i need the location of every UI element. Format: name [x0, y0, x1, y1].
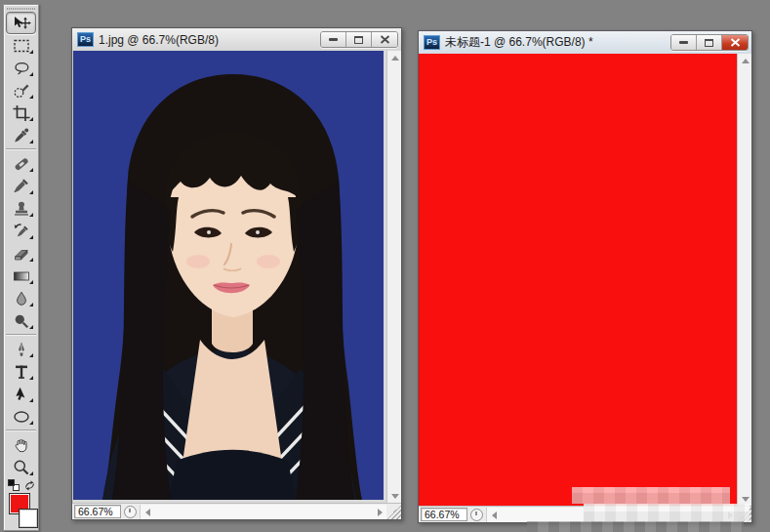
maximize-button[interactable] — [346, 32, 372, 47]
minimize-icon — [329, 38, 338, 41]
statusbar-untitled: 66.67% — [419, 506, 751, 522]
window-resize-grip[interactable] — [737, 508, 751, 522]
toolbox-separator — [6, 334, 36, 336]
eyedropper-tool[interactable] — [6, 124, 36, 146]
minimize-button[interactable] — [321, 32, 346, 47]
maximize-button[interactable] — [697, 35, 722, 50]
ellipse-tool[interactable] — [6, 405, 36, 428]
background-color-swatch[interactable] — [19, 509, 38, 528]
clone-stamp-icon — [12, 200, 31, 218]
history-brush-tool[interactable] — [6, 220, 36, 242]
scroll-down-arrow[interactable] — [387, 489, 402, 503]
maximize-icon — [705, 39, 713, 47]
ellipse-icon — [12, 408, 31, 426]
hand-icon — [12, 436, 31, 454]
close-button[interactable] — [372, 32, 397, 47]
default-colors-icon[interactable] — [8, 479, 20, 491]
crop-tool[interactable] — [6, 102, 36, 124]
close-button[interactable] — [722, 35, 748, 50]
horizontal-scrollbar[interactable] — [140, 505, 386, 519]
move-icon — [11, 15, 32, 32]
zoom-tool[interactable] — [6, 456, 36, 478]
pen-tool[interactable] — [6, 338, 36, 360]
brush-tool[interactable] — [6, 175, 36, 197]
document-window-untitled: Ps 未标题-1 @ 66.7%(RGB/8) * 66.67% — [418, 30, 752, 523]
id-photo-illustration — [72, 51, 385, 500]
window-controls — [320, 31, 398, 48]
history-brush-icon — [12, 223, 31, 240]
healing-brush-icon — [12, 155, 31, 173]
lasso-icon — [12, 60, 31, 77]
photoshop-app-icon: Ps — [424, 35, 440, 50]
blur-icon — [12, 290, 31, 307]
zoom-percentage-field[interactable]: 66.67% — [421, 508, 467, 521]
toolbox-separator — [6, 430, 36, 431]
minimize-icon — [679, 41, 688, 44]
scroll-up-arrow[interactable] — [738, 54, 752, 67]
toolbox-drag-grip[interactable] — [7, 8, 35, 10]
toolbox-separator — [6, 148, 36, 150]
window-controls — [670, 34, 749, 51]
titlebar-1jpg[interactable]: Ps 1.jpg @ 66.7%(RGB/8) — [72, 28, 401, 51]
dodge-tool[interactable] — [6, 309, 36, 332]
type-icon — [12, 363, 31, 381]
rectangular-marquee-icon — [12, 37, 31, 55]
maximize-icon — [354, 36, 363, 44]
vertical-scrollbar[interactable] — [737, 54, 751, 506]
gradient-tool[interactable] — [6, 265, 36, 287]
window-title: 1.jpg @ 66.7%(RGB/8) — [99, 33, 315, 47]
clock-icon[interactable] — [124, 506, 137, 518]
scroll-down-arrow[interactable] — [738, 492, 752, 506]
toolbox-palette — [3, 4, 39, 531]
crop-icon — [12, 104, 31, 122]
eraser-tool[interactable] — [6, 242, 36, 265]
path-selection-icon — [12, 386, 31, 403]
dodge-icon — [12, 312, 31, 330]
eraser-icon — [12, 245, 31, 263]
horizontal-scrollbar[interactable] — [486, 508, 737, 522]
scroll-right-arrow[interactable] — [373, 505, 386, 519]
statusbar-1jpg: 66.67% — [72, 503, 401, 519]
canvas-1jpg-photo[interactable] — [72, 51, 386, 503]
photoshop-app-icon: Ps — [77, 32, 94, 47]
blur-tool[interactable] — [6, 287, 36, 309]
gradient-icon — [12, 267, 31, 285]
zoom-percentage-field[interactable]: 66.67% — [74, 505, 121, 518]
minimize-button[interactable] — [671, 35, 697, 50]
canvas-untitled-red[interactable] — [419, 54, 737, 506]
close-icon — [380, 35, 390, 44]
brush-icon — [12, 178, 31, 195]
scroll-up-arrow[interactable] — [387, 51, 402, 64]
close-icon — [730, 38, 741, 47]
quick-selection-tool[interactable] — [6, 79, 36, 102]
window-resize-grip[interactable] — [386, 505, 401, 519]
rectangular-marquee-tool[interactable] — [6, 34, 36, 57]
scroll-left-arrow[interactable] — [487, 508, 501, 522]
default-foreground-swatch — [8, 479, 15, 486]
clock-icon[interactable] — [470, 509, 483, 521]
titlebar-untitled[interactable]: Ps 未标题-1 @ 66.7%(RGB/8) * — [419, 31, 751, 54]
scroll-left-arrow[interactable] — [141, 505, 154, 519]
vertical-scrollbar[interactable] — [386, 51, 401, 503]
path-selection-tool[interactable] — [6, 383, 36, 405]
healing-brush-tool[interactable] — [6, 152, 36, 175]
type-tool[interactable] — [6, 360, 36, 383]
document-window-1jpg: Ps 1.jpg @ 66.7%(RGB/8) — [71, 27, 402, 520]
move-tool[interactable] — [6, 12, 36, 34]
color-swatch-cluster — [5, 479, 38, 531]
scroll-right-arrow[interactable] — [723, 508, 737, 522]
window-title: 未标题-1 @ 66.7%(RGB/8) * — [445, 34, 666, 51]
hand-tool[interactable] — [6, 433, 36, 456]
lasso-tool[interactable] — [6, 57, 36, 79]
zoom-icon — [12, 459, 31, 476]
eyedropper-icon — [12, 127, 31, 144]
quick-selection-icon — [12, 82, 31, 100]
pen-icon — [12, 341, 31, 358]
clone-stamp-tool[interactable] — [6, 197, 36, 220]
